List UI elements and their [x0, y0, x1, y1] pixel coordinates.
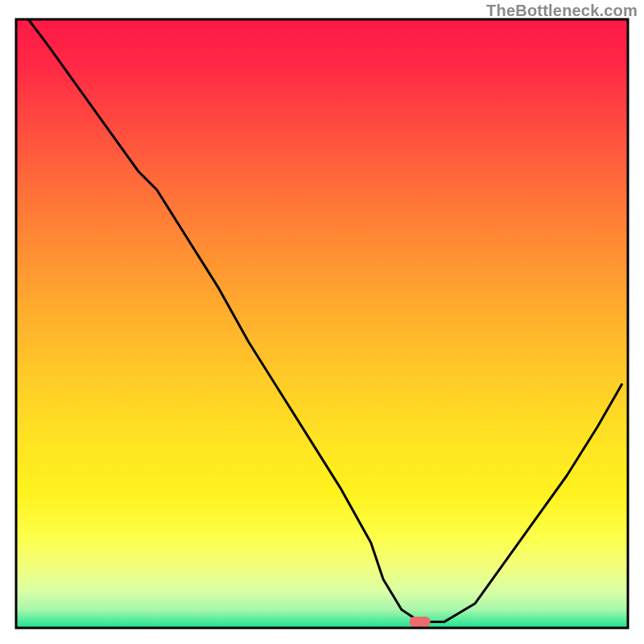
bottleneck-chart	[0, 0, 644, 644]
watermark-text: TheBottleneck.com	[486, 2, 638, 20]
optimal-marker	[410, 617, 431, 627]
chart-container: TheBottleneck.com	[0, 0, 644, 644]
gradient-background	[16, 19, 628, 628]
